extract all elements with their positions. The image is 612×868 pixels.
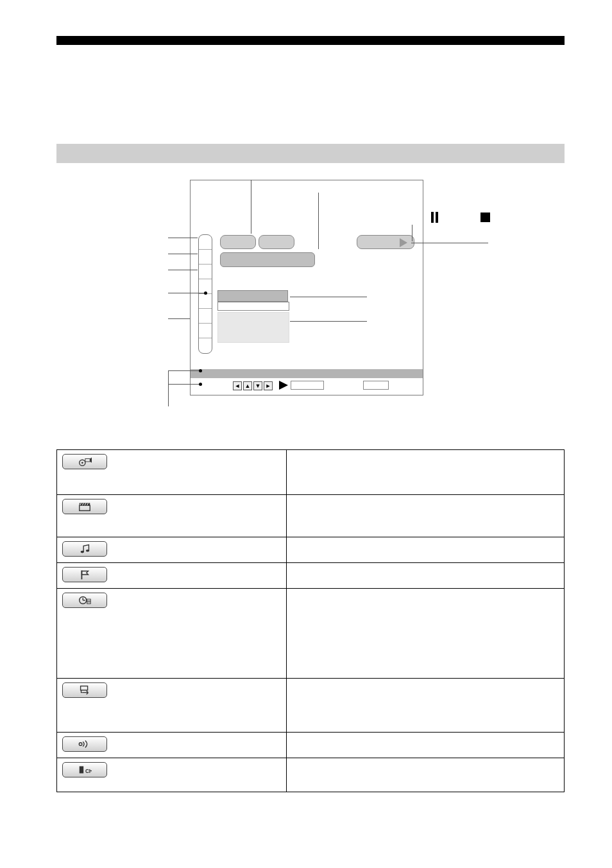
list-body-light (217, 312, 289, 343)
pill-a (220, 235, 256, 249)
callout-line (318, 193, 319, 249)
table-row (57, 450, 564, 495)
nav-key-down: ▼ (253, 381, 262, 390)
svg-rect-4 (80, 505, 90, 510)
callout-line (190, 370, 199, 371)
nav-key-right: ► (264, 381, 273, 390)
stop-icon (480, 213, 490, 222)
callout-line (168, 238, 198, 238)
svg-rect-21 (80, 767, 83, 774)
sidebar-cell (199, 235, 212, 250)
callout-line (411, 243, 488, 243)
callout-line (412, 225, 412, 241)
callout-line (251, 180, 251, 234)
sidebar-cell (199, 265, 212, 279)
sidebar-cell (199, 338, 212, 353)
callout-line (168, 254, 198, 254)
page-top-rule (56, 36, 565, 45)
table-row (57, 679, 564, 733)
section-heading-band (56, 144, 565, 163)
svg-text:CH: CH (85, 768, 92, 774)
table-cell-desc (287, 733, 564, 758)
svg-rect-2 (85, 458, 90, 462)
svg-rect-16 (87, 599, 91, 603)
nav-box-2 (363, 381, 389, 390)
cycle-icon (62, 682, 107, 698)
nav-key-up: ▲ (243, 381, 252, 390)
callout-line (168, 370, 169, 406)
table-cell-icon (57, 537, 287, 562)
cam-disc-icon (62, 454, 107, 469)
table-row (57, 733, 564, 758)
svg-rect-19 (81, 686, 88, 690)
callout-dot (199, 383, 202, 386)
pill-b (259, 235, 294, 249)
table-row (57, 537, 564, 563)
table-cell-icon (57, 495, 287, 537)
nav-key-left: ◄ (233, 381, 242, 390)
menu-diagram: ◄ ▲ ▼ ► (190, 180, 423, 395)
clapper-icon (62, 499, 107, 514)
table-cell-desc (287, 537, 564, 562)
table-cell-desc (287, 450, 564, 494)
arrow-right-icon (279, 381, 288, 390)
pill-wide (220, 252, 315, 267)
callout-line (168, 384, 200, 385)
pause-icon (431, 212, 434, 223)
table-row (57, 589, 564, 679)
icon-table: CH (56, 449, 565, 792)
table-cell-desc (287, 589, 564, 678)
mini-play-icon (400, 238, 407, 247)
list-item-dark (217, 290, 288, 302)
table-cell-icon (57, 679, 287, 732)
table-cell-icon (57, 733, 287, 758)
sidebar-cell (199, 309, 212, 324)
svg-point-1 (81, 462, 83, 464)
callout-dot (199, 369, 202, 372)
callout-line (168, 370, 190, 371)
flag-icon (62, 567, 107, 582)
sidebar-cell (199, 250, 212, 265)
callout-dot (204, 291, 207, 295)
table-cell-desc (287, 679, 564, 732)
clock-disc-icon (62, 593, 107, 608)
callout-line (168, 318, 190, 319)
sidebar-cell (199, 324, 212, 338)
table-cell-desc (287, 758, 564, 792)
callout-line (168, 293, 204, 293)
music-note-icon (62, 541, 107, 557)
ch-icon: CH (62, 762, 107, 777)
nav-box-1 (291, 381, 324, 390)
list-item-white (217, 302, 289, 311)
table-row: CH (57, 758, 564, 792)
waves-icon (62, 736, 107, 752)
table-cell-icon (57, 589, 287, 678)
svg-marker-3 (90, 458, 92, 463)
table-cell-desc (287, 563, 564, 588)
table-row (57, 563, 564, 589)
sidebar-cell (199, 294, 212, 309)
callout-line (168, 270, 198, 270)
table-row (57, 495, 564, 537)
callout-line (290, 297, 367, 297)
table-cell-icon (57, 563, 287, 588)
table-cell-icon (57, 450, 287, 494)
table-cell-desc (287, 495, 564, 537)
callout-line (290, 321, 367, 322)
status-bar (191, 369, 423, 378)
svg-point-20 (79, 743, 82, 746)
table-cell-icon: CH (57, 758, 287, 792)
